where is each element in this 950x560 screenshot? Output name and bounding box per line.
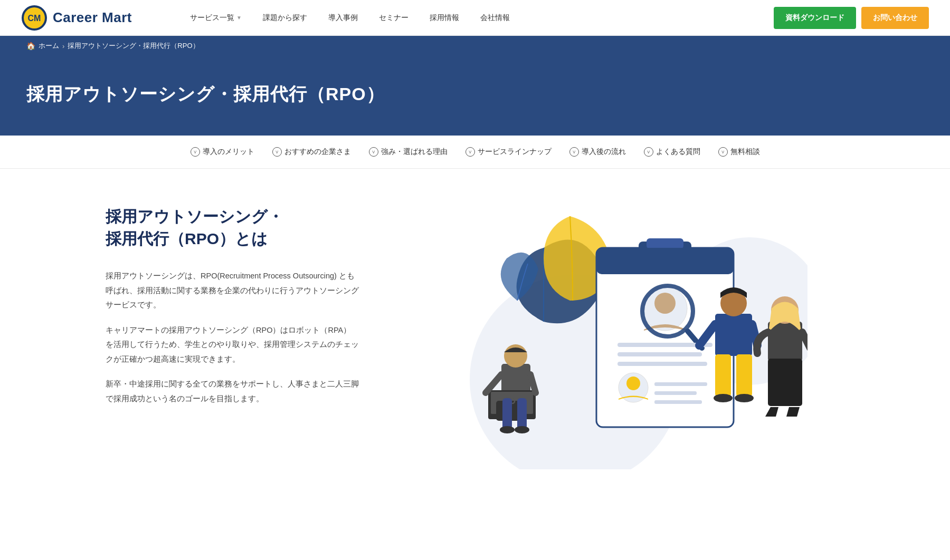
svg-rect-43 — [768, 359, 802, 406]
section-paragraph-2: キャリアマートの採用アウトソーシング（RPO）はロボット（RPA）を活用して行う… — [106, 323, 359, 367]
header-cta-buttons: 資料ダウンロード お問い合わせ — [774, 7, 929, 29]
svg-point-37 — [714, 394, 733, 402]
logo-area[interactable]: CM Career Mart — [21, 5, 158, 31]
svg-rect-29 — [502, 398, 512, 430]
main-content-area: 採用アウトソーシング・採用代行（RPO）とは 採用アウトソーシングは、RPO(R… — [53, 169, 897, 501]
chevron-circle-icon: ∨ — [191, 147, 200, 157]
svg-point-17 — [626, 376, 640, 390]
hero-banner: 採用アウトソーシング・採用代行（RPO） — [0, 56, 950, 136]
breadcrumb-separator: › — [62, 42, 64, 50]
chevron-circle-icon: ∨ — [272, 147, 282, 157]
svg-point-32 — [515, 426, 529, 433]
chevron-down-icon: ▼ — [236, 15, 242, 21]
chevron-circle-icon: ∨ — [569, 147, 579, 157]
nav-find-by-issue[interactable]: 課題から探す — [252, 0, 318, 36]
chevron-circle-icon: ∨ — [718, 147, 728, 157]
svg-rect-20 — [654, 400, 702, 404]
svg-rect-19 — [654, 391, 697, 395]
anchor-recommended[interactable]: ∨ おすすめの企業さま — [266, 145, 357, 159]
svg-point-38 — [735, 394, 754, 402]
content-right-illustration — [401, 206, 844, 469]
breadcrumb: 🏠 ホーム › 採用アウトソーシング・採用代行（RPO） — [0, 36, 950, 56]
svg-rect-14 — [618, 352, 702, 356]
svg-rect-7 — [647, 238, 683, 249]
section-paragraph-3: 新卒・中途採用に関する全ての業務をサポートし、人事さまと二人三脚で採用成功という… — [106, 377, 359, 406]
svg-rect-30 — [517, 398, 527, 430]
site-header: CM Career Mart サービス一覧 ▼ 課題から探す 導入事例 セミナー… — [0, 0, 950, 36]
rpo-illustration — [438, 206, 808, 469]
anchor-faq[interactable]: ∨ よくある質問 — [638, 145, 707, 159]
breadcrumb-current: 採用アウトソーシング・採用代行（RPO） — [68, 41, 199, 51]
svg-rect-36 — [736, 354, 752, 397]
logo-icon: CM — [21, 5, 48, 31]
anchor-lineup[interactable]: ∨ サービスラインナップ — [459, 145, 558, 159]
anchor-navigation: ∨ 導入のメリット ∨ おすすめの企業さま ∨ 強み・選ばれる理由 ∨ サービス… — [0, 136, 950, 169]
anchor-strengths[interactable]: ∨ 強み・選ばれる理由 — [363, 145, 454, 159]
nav-case-studies[interactable]: 導入事例 — [318, 0, 368, 36]
svg-rect-33 — [715, 314, 752, 356]
site-name: Career Mart — [53, 9, 132, 26]
svg-rect-8 — [596, 248, 734, 274]
svg-point-10 — [654, 293, 676, 314]
section-paragraph-1: 採用アウトソーシングは、RPO(Recruitment Process Outs… — [106, 269, 359, 313]
nav-company-info[interactable]: 会社情報 — [470, 0, 520, 36]
nav-recruitment-info[interactable]: 採用情報 — [419, 0, 470, 36]
main-nav: サービス一覧 ▼ 課題から探す 導入事例 セミナー 採用情報 会社情報 — [179, 0, 774, 36]
home-icon: 🏠 — [26, 42, 35, 50]
chevron-circle-icon: ∨ — [644, 147, 653, 157]
breadcrumb-home[interactable]: ホーム — [39, 41, 59, 51]
svg-text:CM: CM — [28, 14, 41, 23]
anchor-consultation[interactable]: ∨ 無料相談 — [712, 145, 766, 159]
content-left: 採用アウトソーシング・採用代行（RPO）とは 採用アウトソーシングは、RPO(R… — [106, 206, 359, 417]
svg-point-31 — [500, 426, 515, 433]
anchor-flow[interactable]: ∨ 導入後の流れ — [563, 145, 632, 159]
contact-button[interactable]: お問い合わせ — [861, 7, 929, 29]
svg-rect-18 — [654, 382, 707, 386]
svg-rect-15 — [618, 362, 707, 366]
nav-seminars[interactable]: セミナー — [368, 0, 419, 36]
chevron-circle-icon: ∨ — [466, 147, 475, 157]
section-title: 採用アウトソーシング・採用代行（RPO）とは — [106, 206, 359, 250]
nav-services[interactable]: サービス一覧 ▼ — [179, 0, 252, 36]
svg-rect-35 — [715, 354, 731, 397]
anchor-merits[interactable]: ∨ 導入のメリット — [184, 145, 261, 159]
hero-title: 採用アウトソーシング・採用代行（RPO） — [26, 82, 924, 107]
download-button[interactable]: 資料ダウンロード — [774, 7, 856, 29]
chevron-circle-icon: ∨ — [369, 147, 378, 157]
